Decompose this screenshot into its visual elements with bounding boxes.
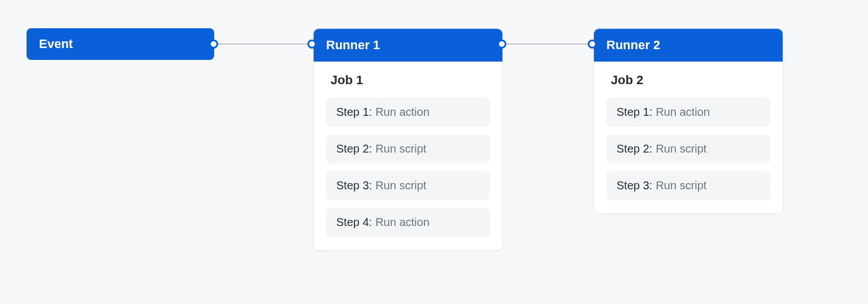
step-label: Step 2: bbox=[617, 142, 652, 155]
step-label: Step 4: bbox=[336, 216, 372, 229]
runner-2-node: Runner 2 Job 2 Step 1: Run action Step 2… bbox=[593, 28, 783, 214]
step-desc: Run action bbox=[375, 106, 429, 119]
runner-1-step-3: Step 3: Run script bbox=[326, 171, 490, 200]
runner-2-step-2: Step 2: Run script bbox=[606, 134, 770, 163]
step-desc: Run script bbox=[656, 179, 706, 192]
event-label: Event bbox=[39, 37, 73, 51]
job-2-title: Job 2 bbox=[606, 73, 770, 88]
step-label: Step 2: bbox=[336, 142, 372, 155]
runner-1-node: Runner 1 Job 1 Step 1: Run action Step 2… bbox=[313, 28, 503, 251]
step-desc: Run action bbox=[375, 216, 429, 229]
job-1-title: Job 1 bbox=[326, 73, 490, 88]
runner-2-header: Runner 2 bbox=[594, 29, 783, 62]
step-desc: Run action bbox=[656, 106, 710, 119]
workflow-diagram: Event Runner 1 Job 1 Step 1: Run action … bbox=[0, 0, 868, 304]
runner-1-title: Runner 1 bbox=[326, 38, 380, 52]
runner-2-step-3: Step 3: Run script bbox=[606, 171, 770, 200]
step-label: Step 1: bbox=[336, 106, 372, 119]
port-runner1-in bbox=[307, 40, 316, 49]
step-label: Step 3: bbox=[617, 179, 652, 192]
runner-2-step-1: Step 1: Run action bbox=[606, 98, 770, 127]
port-event-out bbox=[209, 40, 218, 49]
event-node: Event bbox=[27, 28, 214, 60]
runner-2-title: Runner 2 bbox=[606, 38, 660, 52]
step-label: Step 3: bbox=[336, 179, 372, 192]
runner-1-body: Job 1 Step 1: Run action Step 2: Run scr… bbox=[314, 62, 502, 250]
step-desc: Run script bbox=[375, 179, 426, 192]
step-desc: Run script bbox=[375, 142, 426, 155]
step-label: Step 1: bbox=[617, 106, 652, 119]
connector-event-runner1 bbox=[209, 44, 316, 45]
runner-2-body: Job 2 Step 1: Run action Step 2: Run scr… bbox=[594, 62, 783, 214]
runner-1-step-4: Step 4: Run action bbox=[326, 208, 490, 237]
port-runner2-in bbox=[588, 40, 597, 49]
runner-1-step-2: Step 2: Run script bbox=[326, 134, 490, 163]
runner-1-step-1: Step 1: Run action bbox=[326, 98, 490, 127]
step-desc: Run script bbox=[656, 142, 706, 155]
port-runner1-out bbox=[497, 40, 506, 49]
runner-1-header: Runner 1 bbox=[314, 29, 502, 62]
connector-runner1-runner2 bbox=[492, 44, 599, 45]
